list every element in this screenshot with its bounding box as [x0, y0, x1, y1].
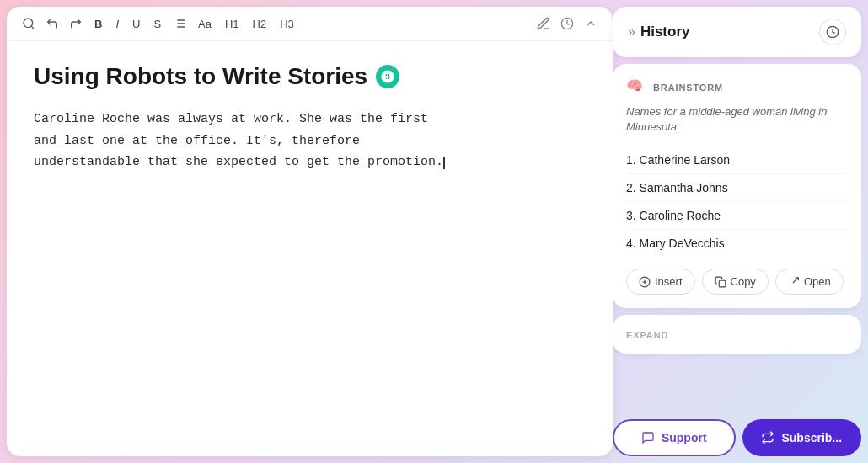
names-list: 1. Catherine Larson 2. Samantha Johns 3.… [626, 146, 848, 257]
h1-button[interactable]: H1 [222, 16, 243, 32]
svg-line-1 [31, 26, 34, 29]
strikethrough-button[interactable]: S [150, 16, 164, 32]
sidebar-body: 🧠 BRAINSTORM Names for a middle-aged wom… [613, 64, 861, 412]
undo-icon[interactable] [44, 15, 61, 32]
copy-button[interactable]: Copy [702, 269, 769, 295]
list-icon[interactable] [171, 15, 188, 32]
doc-body[interactable]: Caroline Roche was always at work. She w… [34, 109, 586, 173]
spell-check-icon[interactable] [535, 15, 552, 32]
open-button[interactable]: Open [775, 269, 844, 295]
list-item: 3. Caroline Roche [626, 202, 848, 230]
font-size-button[interactable]: Aa [195, 16, 215, 32]
list-item: 4. Mary DeVecchis [626, 230, 848, 257]
sidebar-footer: Support Subscrib... [613, 419, 861, 456]
svg-line-15 [793, 278, 798, 283]
insert-button[interactable]: Insert [626, 269, 695, 295]
expand-card: EXPAND [613, 315, 861, 354]
list-item: 2. Samantha Johns [626, 174, 848, 202]
svg-text:G: G [383, 74, 388, 82]
sidebar-header: » History [613, 7, 861, 57]
redo-icon[interactable] [67, 15, 84, 32]
italic-button[interactable]: I [112, 16, 122, 32]
brainstorm-icon: 🧠 [626, 77, 646, 98]
editor-panel: B I U S Aa H1 H2 H3 Using Ro [7, 7, 613, 456]
sidebar: » History 🧠 BRAINSTORM Names for a middl… [613, 7, 861, 456]
support-button[interactable]: Support [613, 419, 736, 456]
history-icon[interactable] [559, 15, 576, 32]
toolbar: B I U S Aa H1 H2 H3 [7, 7, 613, 41]
expand-label: EXPAND [626, 330, 668, 340]
brainstorm-card: 🧠 BRAINSTORM Names for a middle-aged wom… [613, 64, 861, 308]
svg-point-0 [24, 19, 33, 28]
doc-title: Using Robots to Write Stories G [34, 61, 586, 92]
subscribe-button[interactable]: Subscrib... [742, 419, 862, 456]
expand-icon[interactable] [582, 15, 599, 32]
sidebar-nav: » History [628, 24, 689, 40]
sidebar-back-icon[interactable]: » [628, 24, 635, 40]
grammarly-badge: G [376, 65, 399, 88]
h2-button[interactable]: H2 [249, 16, 271, 32]
list-item: 1. Catherine Larson [626, 146, 848, 174]
underline-button[interactable]: U [129, 16, 143, 32]
bold-button[interactable]: B [91, 16, 105, 32]
search-icon[interactable] [20, 15, 37, 32]
h3-button[interactable]: H3 [276, 16, 297, 32]
brainstorm-title: BRAINSTORM [653, 82, 723, 93]
history-clock-button[interactable] [819, 19, 846, 45]
card-actions: Insert Copy Open [626, 269, 848, 295]
brainstorm-label-row: 🧠 BRAINSTORM [626, 77, 848, 98]
sidebar-title: History [640, 24, 690, 40]
svg-rect-14 [719, 280, 726, 287]
editor-content[interactable]: Using Robots to Write Stories G Caroline… [7, 41, 613, 456]
brainstorm-subtitle: Names for a middle-aged woman living in … [626, 104, 848, 135]
